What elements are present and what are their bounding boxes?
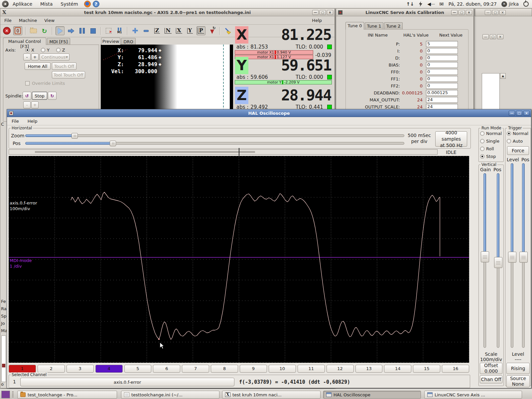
power-manager-icon[interactable] [419,1,423,7]
maximize-button[interactable]: ▢ [320,10,326,15]
tab-tune2[interactable]: Tune 2 [384,22,403,30]
close-button[interactable]: × [523,111,530,116]
maximize-button[interactable]: ▢ [492,10,498,15]
channel-button-13[interactable]: 13 [355,365,383,373]
touch-off-button[interactable]: Touch Off [52,63,76,70]
clear-plot-button[interactable] [223,26,232,35]
view-x-button[interactable]: X [175,26,184,35]
spindle-minus-button[interactable]: - [23,101,31,108]
channel-button-11[interactable]: 11 [298,365,325,373]
spindle-cw-button[interactable]: ↻ [48,92,57,100]
next-value-input[interactable]: 0 [426,83,458,89]
task-button-calibration[interactable]: LinuxCNC Servo Axis ... [424,391,522,399]
tab-tune1[interactable]: Tune 1 [365,22,383,30]
reload-button[interactable]: ↻ [40,26,49,35]
calib-titlebar[interactable]: LinuxCNC Servo Axis Calibration — ▢ × [336,9,473,16]
next-value-input[interactable]: 5 [426,41,458,47]
tab-mdi[interactable]: MDI [F5] [47,38,70,45]
tab-tune0[interactable]: Tune 0 [345,22,364,30]
stop-button[interactable] [88,26,97,35]
channel-button-15[interactable]: 15 [413,365,440,373]
spindle-ccw-button[interactable]: ↺ [23,92,31,100]
minimize-button[interactable]: — [482,34,489,39]
channel-button-8[interactable]: 8 [211,365,238,373]
close-button[interactable]: × [497,34,503,39]
gain-slider-handle[interactable] [481,251,489,262]
trigger-level-slider-handle[interactable] [508,252,516,263]
minimize-button[interactable]: — [451,10,458,15]
axis-titlebar[interactable]: X test kruh 10mm nacisto.ngc - AXIS 2.8.… [0,9,334,16]
run-mode-stop[interactable]: Stop [480,154,502,159]
channel-button-10[interactable]: 10 [269,365,296,373]
channel-button-5[interactable]: 5 [124,365,152,373]
trigger-slope-button[interactable]: Rising [506,363,530,374]
clock[interactable]: Pá, 22. duben, 09:27 [449,1,497,7]
zoom-in-button[interactable]: ✚ [131,26,140,35]
trigger-position-marker[interactable] [239,148,239,156]
force-trigger-button[interactable]: Force [507,146,529,155]
run-button[interactable] [56,26,65,35]
channel-button-1[interactable]: 1 [9,365,36,373]
menu-applications[interactable]: Aplikace [9,1,36,7]
user-menu[interactable]: ✕ jirka [501,1,519,7]
channel-button-7[interactable]: 7 [182,365,209,373]
jog-minus-button[interactable]: - [23,54,31,61]
chan-off-button[interactable]: Chan Off [480,375,502,383]
scope-titlebar[interactable]: HAL Oscilloscope — ▢ × [7,109,531,117]
offset-button[interactable]: Offset0.000 [480,363,502,374]
panel-drag-handle[interactable] [12,391,14,398]
menu-file[interactable]: File [4,18,12,23]
optional-pause-button[interactable]: M1 [115,26,124,35]
menu-file[interactable]: File [12,119,19,124]
scrollbar-up-arrow[interactable]: ▲ [500,73,506,79]
minimize-button[interactable]: — [509,111,515,116]
close-button[interactable]: × [327,10,333,15]
zoom-slider-handle[interactable] [71,133,78,139]
next-value-input[interactable]: 0 [426,69,458,75]
view-y-button[interactable]: Y [186,26,195,35]
spindle-stop-button[interactable]: Stop [32,92,47,100]
mail-icon[interactable]: ✉ [439,1,444,7]
maximize-button[interactable]: ▢ [516,111,522,116]
next-value-input[interactable]: 0 [426,76,458,82]
zoom-slider-track[interactable] [25,134,404,137]
trigger-source-button[interactable]: SourceNone [506,375,530,387]
task-button-halscope[interactable]: HAL Oscilloscope [323,391,421,399]
help-icon[interactable]: ? [93,1,99,7]
volume-muted-icon[interactable]: ◀--- [427,1,435,7]
main-menu-icon[interactable] [2,1,9,7]
channel-source-button[interactable]: axis.0.f-error [20,378,234,386]
trigger-pos-slider-handle[interactable] [519,252,528,263]
menu-help[interactable]: Help [312,18,322,23]
updown-arrows-icon[interactable]: ↑↓ [406,1,414,7]
trigger-mode-normal[interactable]: Normal [507,131,528,136]
machine-power-button[interactable] [13,26,22,35]
run-mode-normal[interactable]: Normal [480,131,502,136]
channel-button-2[interactable]: 2 [38,365,65,373]
close-button[interactable]: × [466,10,472,15]
override-limits-checkbox[interactable] [25,81,30,85]
open-file-button[interactable] [29,26,38,35]
channel-button-16[interactable]: 16 [442,365,469,373]
maximize-button[interactable]: ▢ [490,34,496,39]
next-value-input[interactable]: 0.000125 [426,90,458,96]
jog-plus-button[interactable]: + [31,54,39,61]
minimize-button[interactable]: — [312,10,319,15]
trigger-mode-auto[interactable]: Auto [507,139,528,144]
run-step-button[interactable] [66,26,75,35]
view-perspective-button[interactable]: P [197,26,205,35]
run-mode-roll[interactable]: Roll [480,146,502,151]
next-value-input[interactable]: 0 [426,55,458,61]
tab-preview[interactable]: Preview [101,38,120,45]
zoom-out-button[interactable] [142,26,151,35]
menu-places[interactable]: Místa [36,1,57,7]
axis-radio-z[interactable]: Z [56,48,65,53]
maximize-button[interactable]: ▢ [459,10,465,15]
rotate-view-button[interactable]: ↻ [207,26,216,35]
shutdown-icon[interactable] [523,1,529,7]
estop-button[interactable]: ✕ [2,26,11,35]
tab-dro[interactable]: DRO [121,38,136,45]
task-button-editor[interactable]: testtoolchange.ini (~/... [121,391,219,399]
menu-system[interactable]: Systém [57,1,82,7]
samples-button[interactable]: 4000 samplesat 500 Hz [435,131,467,147]
